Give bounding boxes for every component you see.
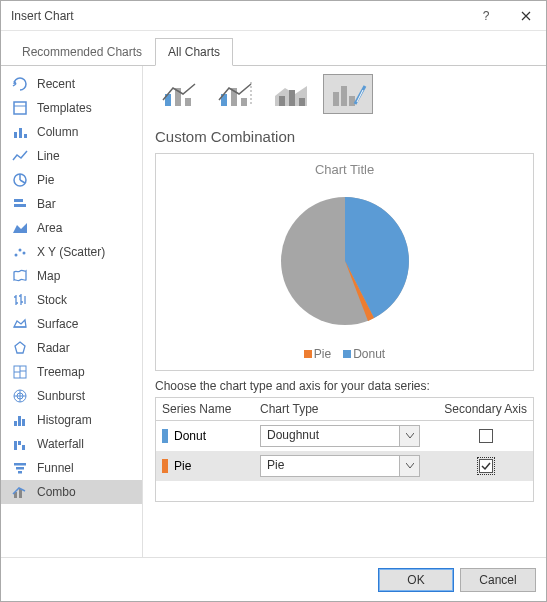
sidebar-item-treemap[interactable]: Treemap	[1, 360, 142, 384]
pie-icon	[11, 171, 29, 189]
sidebar-item-bar[interactable]: Bar	[1, 192, 142, 216]
combo-subtype-clustered-line-secondary[interactable]	[211, 74, 261, 114]
chart-type-dropdown-pie[interactable]: Pie	[260, 455, 420, 477]
sidebar-item-label: Waterfall	[37, 437, 84, 451]
sidebar-item-label: Bar	[37, 197, 56, 211]
dialog-footer: OK Cancel	[1, 557, 546, 601]
svg-rect-0	[14, 102, 26, 114]
area-icon	[11, 219, 29, 237]
stock-icon	[11, 291, 29, 309]
tab-bar: Recommended Charts All Charts	[1, 31, 546, 66]
secondary-axis-checkbox-pie[interactable]	[479, 459, 493, 473]
ok-button[interactable]: OK	[378, 568, 454, 592]
svg-rect-36	[349, 96, 355, 106]
chart-category-list: Recent Templates Column Line Pie Bar Are…	[1, 66, 143, 557]
svg-rect-20	[14, 463, 26, 466]
svg-rect-5	[14, 199, 23, 202]
svg-rect-6	[14, 204, 26, 207]
sidebar-item-label: Surface	[37, 317, 78, 331]
svg-rect-22	[18, 471, 22, 474]
secondary-axis-checkbox-donut[interactable]	[479, 429, 493, 443]
sidebar-item-surface[interactable]: Surface	[1, 312, 142, 336]
sidebar-item-label: Column	[37, 125, 78, 139]
chevron-down-icon	[399, 456, 419, 476]
sidebar-item-scatter[interactable]: X Y (Scatter)	[1, 240, 142, 264]
series-row-donut[interactable]: Donut Doughnut	[156, 421, 533, 451]
tab-all-charts[interactable]: All Charts	[155, 38, 233, 66]
waterfall-icon	[11, 435, 29, 453]
series-row-pie[interactable]: Pie Pie	[156, 451, 533, 481]
sidebar-item-line[interactable]: Line	[1, 144, 142, 168]
sidebar-item-label: Treemap	[37, 365, 85, 379]
series-color-swatch	[162, 459, 168, 473]
svg-rect-33	[299, 98, 305, 106]
sidebar-item-area[interactable]: Area	[1, 216, 142, 240]
sidebar-item-histogram[interactable]: Histogram	[1, 408, 142, 432]
legend-item-pie: Pie	[304, 347, 331, 361]
sunburst-icon	[11, 387, 29, 405]
templates-icon	[11, 99, 29, 117]
svg-marker-10	[15, 342, 25, 353]
sidebar-item-pie[interactable]: Pie	[1, 168, 142, 192]
svg-rect-35	[341, 86, 347, 106]
sidebar-item-waterfall[interactable]: Waterfall	[1, 432, 142, 456]
main-panel: Custom Combination Chart Title Pie Donut…	[143, 66, 546, 557]
combo-subtype-icon	[327, 78, 369, 110]
svg-rect-21	[16, 467, 24, 470]
svg-rect-16	[22, 419, 25, 426]
sidebar-item-templates[interactable]: Templates	[1, 96, 142, 120]
sidebar-item-label: Pie	[37, 173, 54, 187]
combo-subtype-custom[interactable]	[323, 74, 373, 114]
close-button[interactable]	[506, 1, 546, 31]
title-bar: Insert Chart ?	[1, 1, 546, 31]
combo-subtype-clustered-line[interactable]	[155, 74, 205, 114]
sidebar-item-label: Funnel	[37, 461, 74, 475]
svg-rect-30	[241, 98, 247, 106]
sidebar-item-label: Radar	[37, 341, 70, 355]
sidebar-item-label: Combo	[37, 485, 76, 499]
svg-rect-24	[19, 489, 22, 498]
combo-subtype-row	[155, 74, 534, 114]
series-name-label: Donut	[174, 429, 206, 443]
header-secondary-axis: Secondary Axis	[438, 398, 533, 420]
sidebar-item-radar[interactable]: Radar	[1, 336, 142, 360]
sidebar-item-sunburst[interactable]: Sunburst	[1, 384, 142, 408]
svg-rect-14	[14, 421, 17, 426]
sidebar-item-column[interactable]: Column	[1, 120, 142, 144]
combo-subtype-icon	[271, 78, 313, 110]
tab-recommended[interactable]: Recommended Charts	[9, 38, 155, 66]
svg-rect-19	[22, 445, 25, 450]
chevron-down-icon	[399, 426, 419, 446]
sidebar-item-combo[interactable]: Combo	[1, 480, 142, 504]
checkmark-icon	[481, 461, 491, 471]
column-icon	[11, 123, 29, 141]
series-color-swatch	[162, 429, 168, 443]
sidebar-item-recent[interactable]: Recent	[1, 72, 142, 96]
sidebar-item-label: Area	[37, 221, 62, 235]
svg-point-8	[19, 249, 22, 252]
svg-rect-15	[18, 416, 21, 426]
window-title: Insert Chart	[11, 9, 466, 23]
series-grid: Series Name Chart Type Secondary Axis Do…	[155, 397, 534, 502]
sidebar-item-label: Sunburst	[37, 389, 85, 403]
svg-point-9	[23, 252, 26, 255]
svg-rect-3	[24, 134, 27, 138]
combo-subtype-icon	[215, 78, 257, 110]
sidebar-item-funnel[interactable]: Funnel	[1, 456, 142, 480]
sidebar-item-label: Line	[37, 149, 60, 163]
sidebar-item-label: Templates	[37, 101, 92, 115]
help-button[interactable]: ?	[466, 1, 506, 31]
dialog-body: Recent Templates Column Line Pie Bar Are…	[1, 66, 546, 557]
radar-icon	[11, 339, 29, 357]
bar-icon	[11, 195, 29, 213]
sidebar-item-label: Map	[37, 269, 60, 283]
sidebar-item-stock[interactable]: Stock	[1, 288, 142, 312]
line-icon	[11, 147, 29, 165]
sidebar-item-map[interactable]: Map	[1, 264, 142, 288]
chart-type-dropdown-donut[interactable]: Doughnut	[260, 425, 420, 447]
combo-icon	[11, 483, 29, 501]
histogram-icon	[11, 411, 29, 429]
cancel-button[interactable]: Cancel	[460, 568, 536, 592]
svg-rect-1	[14, 132, 17, 138]
combo-subtype-stacked-area[interactable]	[267, 74, 317, 114]
